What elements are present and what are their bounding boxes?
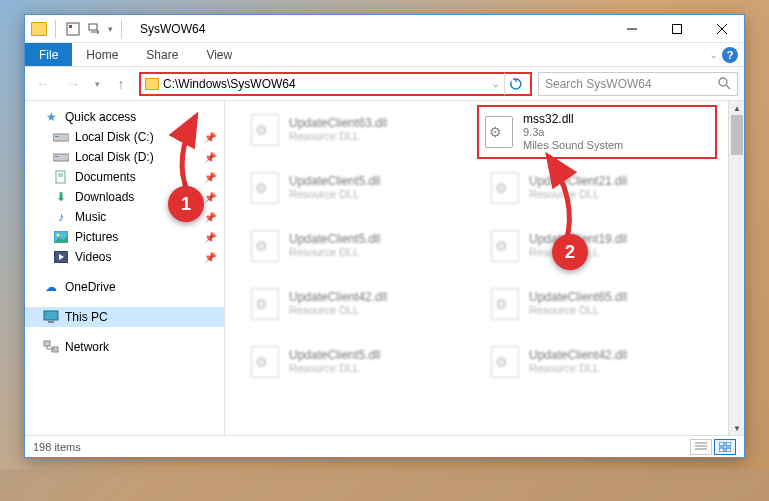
sidebar-item-pictures[interactable]: Pictures 📌 <box>25 227 224 247</box>
view-large-icons-button[interactable] <box>714 439 736 455</box>
network-icon <box>43 339 59 355</box>
dll-icon: ⚙ <box>247 228 283 264</box>
svg-rect-1 <box>69 25 72 28</box>
svg-rect-12 <box>55 156 59 157</box>
ribbon-expand-icon[interactable]: ⌵ <box>711 50 716 60</box>
dll-icon: ⚙ <box>487 286 523 322</box>
qat-dropdown-icon[interactable] <box>86 20 104 38</box>
close-button[interactable] <box>699 15 744 43</box>
svg-rect-31 <box>726 448 731 452</box>
file-item[interactable]: ⚙UpdateClient42.dllResource DLL <box>485 341 705 383</box>
file-item-highlighted[interactable]: ⚙ mss32.dll 9.3a Miles Sound System <box>477 105 717 159</box>
svg-rect-0 <box>67 23 79 35</box>
sidebar-item-videos[interactable]: Videos 📌 <box>25 247 224 267</box>
svg-line-8 <box>726 85 730 89</box>
search-input[interactable]: Search SysWOW64 <box>538 72 738 96</box>
file-version: 9.3a <box>523 126 623 139</box>
dll-icon: ⚙ <box>481 114 517 150</box>
onedrive-icon: ☁ <box>43 279 59 295</box>
videos-icon <box>53 249 69 265</box>
file-item[interactable]: ⚙UpdateClient5.dllResource DLL <box>245 225 465 267</box>
svg-rect-28 <box>719 442 724 446</box>
annotation-callout-1: 1 <box>168 186 204 222</box>
file-name: mss32.dll <box>523 113 623 126</box>
dll-icon: ⚙ <box>487 344 523 380</box>
search-icon <box>718 77 731 90</box>
dll-icon: ⚙ <box>247 112 283 148</box>
downloads-icon: ⬇ <box>53 189 69 205</box>
ribbon-tab-home[interactable]: Home <box>72 43 132 66</box>
file-item[interactable]: ⚙UpdateClient5.dllResource DLL <box>245 167 465 209</box>
music-icon: ♪ <box>53 209 69 225</box>
annotation-arrow-1 <box>158 108 218 198</box>
svg-rect-9 <box>53 134 69 141</box>
dll-icon: ⚙ <box>247 344 283 380</box>
navigation-bar: ← → ▾ ↑ C:\Windows\SysWOW64 ⌵ Search Sys… <box>25 67 744 101</box>
qat-properties-icon[interactable] <box>64 20 82 38</box>
ribbon: File Home Share View ⌵ ? <box>25 43 744 67</box>
file-item[interactable]: ⚙UpdateClient63.dllResource DLL <box>245 109 465 151</box>
annotation-callout-2: 2 <box>552 234 588 270</box>
svg-rect-19 <box>44 311 58 320</box>
ribbon-tab-share[interactable]: Share <box>132 43 192 66</box>
scroll-up-button[interactable]: ▲ <box>729 101 744 115</box>
star-icon: ★ <box>43 109 59 125</box>
view-details-button[interactable] <box>690 439 712 455</box>
status-item-count: 198 items <box>33 441 81 453</box>
address-dropdown-icon[interactable]: ⌵ <box>489 79 502 89</box>
desktop-taskbar <box>0 469 769 501</box>
svg-rect-11 <box>53 154 69 161</box>
pin-icon: 📌 <box>204 252 216 263</box>
sidebar-network[interactable]: Network <box>25 337 224 357</box>
qat-customize-icon[interactable]: ▾ <box>108 24 113 34</box>
svg-rect-10 <box>55 136 59 137</box>
file-item[interactable]: ⚙UpdateClient65.dllResource DLL <box>485 283 705 325</box>
nav-up-button[interactable]: ↑ <box>109 72 133 96</box>
window-folder-icon <box>31 22 47 36</box>
svg-point-7 <box>719 78 727 86</box>
pin-icon: 📌 <box>204 212 216 223</box>
vertical-scrollbar[interactable]: ▲ ▼ <box>728 101 744 435</box>
ribbon-file-tab[interactable]: File <box>25 43 72 66</box>
sidebar-onedrive[interactable]: ☁ OneDrive <box>25 277 224 297</box>
file-list-pane: ⚙UpdateClient63.dllResource DLL ⚙UpdateC… <box>225 101 744 435</box>
documents-icon <box>53 169 69 185</box>
dll-icon: ⚙ <box>247 170 283 206</box>
help-icon[interactable]: ? <box>722 47 738 63</box>
pin-icon: 📌 <box>204 232 216 243</box>
this-pc-icon <box>43 309 59 325</box>
svg-rect-2 <box>89 24 97 30</box>
address-bar[interactable]: C:\Windows\SysWOW64 ⌵ <box>139 72 532 96</box>
search-placeholder: Search SysWOW64 <box>545 77 718 91</box>
nav-recent-dropdown[interactable]: ▾ <box>91 72 103 96</box>
maximize-button[interactable] <box>654 15 699 43</box>
address-folder-icon <box>145 78 159 90</box>
file-item[interactable]: ⚙UpdateClient5.dllResource DLL <box>245 341 465 383</box>
svg-rect-21 <box>44 341 50 346</box>
file-item[interactable]: ⚙UpdateClient42.dllResource DLL <box>245 283 465 325</box>
drive-icon <box>53 129 69 145</box>
ribbon-tab-view[interactable]: View <box>192 43 246 66</box>
drive-icon <box>53 149 69 165</box>
sidebar-this-pc[interactable]: This PC <box>25 307 224 327</box>
window-title: SysWOW64 <box>140 22 205 36</box>
address-path: C:\Windows\SysWOW64 <box>163 77 489 91</box>
dll-icon: ⚙ <box>247 286 283 322</box>
minimize-button[interactable] <box>609 15 654 43</box>
svg-rect-4 <box>672 24 681 33</box>
pictures-icon <box>53 229 69 245</box>
refresh-button[interactable] <box>504 73 526 95</box>
scroll-down-button[interactable]: ▼ <box>729 421 744 435</box>
status-bar: 198 items <box>25 435 744 457</box>
svg-rect-13 <box>56 171 65 183</box>
svg-point-17 <box>57 234 60 237</box>
nav-forward-button[interactable]: → <box>61 72 85 96</box>
explorer-window: ▾ SysWOW64 File Home Share View ⌵ ? ← → … <box>24 14 745 458</box>
nav-back-button[interactable]: ← <box>31 72 55 96</box>
svg-rect-20 <box>48 321 54 323</box>
titlebar: ▾ SysWOW64 <box>25 15 744 43</box>
scroll-thumb[interactable] <box>731 115 743 155</box>
svg-rect-29 <box>726 442 731 446</box>
svg-rect-30 <box>719 448 724 452</box>
